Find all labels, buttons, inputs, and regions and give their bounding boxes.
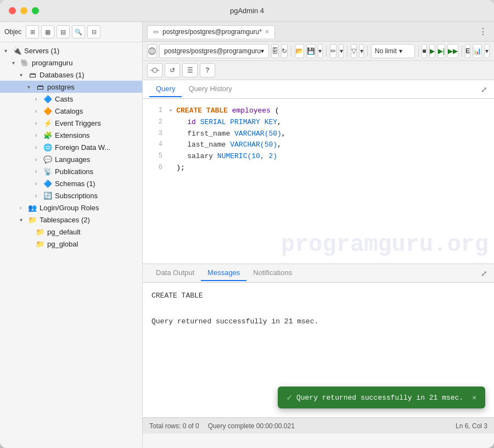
sidebar-item-programguru[interactable]: ▾ 🐘 programguru: [0, 57, 142, 69]
postgres-label: postgres: [47, 83, 75, 91]
sidebar: Objec ⊞ ▦ ▤ 🔍 ⊟ ▾ 🔌 Servers (1) ▾ 🐘: [0, 22, 143, 448]
sidebar-btn-search[interactable]: 🔍: [72, 25, 85, 38]
commit-icon: [150, 66, 159, 75]
sidebar-item-languages[interactable]: › 💬 Languages: [0, 153, 142, 165]
tab-data-output[interactable]: Data Output: [149, 265, 201, 281]
run-btn[interactable]: ▶: [429, 44, 435, 58]
limit-arrow: ▾: [399, 47, 402, 55]
maximize-button[interactable]: [32, 7, 39, 14]
results-expand-btn[interactable]: ⤢: [481, 269, 487, 278]
toggle-tablespaces[interactable]: ▾: [20, 217, 27, 223]
toggle-catalogs[interactable]: ›: [35, 108, 43, 114]
query-tabbar: ✏ postgres/postgres@programguru* × ⋮: [143, 22, 494, 42]
sidebar-btn-image[interactable]: ⊟: [87, 25, 100, 38]
sidebar-item-foreign-data[interactable]: › 🌐 Foreign Data W...: [0, 141, 142, 153]
event-triggers-label: Event Triggers: [55, 119, 101, 127]
results-panel: Data Output Messages Notifications ⤢ CRE…: [143, 264, 494, 417]
rollback-btn[interactable]: ↺: [165, 63, 180, 77]
limit-select[interactable]: No limit ▾: [371, 44, 415, 58]
sidebar-item-casts[interactable]: › 🔷 Casts: [0, 93, 142, 105]
pg-default-label: pg_default: [47, 228, 81, 236]
save-btn[interactable]: 💾: [306, 44, 316, 58]
event-triggers-icon: ⚡: [43, 118, 53, 128]
stop-btn[interactable]: ■: [422, 44, 427, 58]
msg-line-1: CREATE TABLE: [151, 289, 485, 302]
run-sel-btn[interactable]: ▶|: [437, 44, 445, 58]
toast-message: Query returned successfully in 21 msec.: [296, 394, 463, 402]
chart-arrow-btn[interactable]: ▾: [484, 44, 490, 58]
code-line-5: 5 salary NUMERIC(10, 2): [147, 151, 490, 163]
query-tab-active[interactable]: ✏ postgres/postgres@programguru* ×: [147, 25, 275, 38]
connection-icon-btn[interactable]: [147, 44, 157, 58]
refresh-icon-btn[interactable]: ↻: [281, 44, 288, 58]
sidebar-item-pg-global[interactable]: 📁 pg_global: [0, 238, 142, 250]
commit-btn[interactable]: [147, 63, 162, 77]
sidebar-item-subscriptions[interactable]: › 🔄 Subscriptions: [0, 189, 142, 201]
toggle-databases[interactable]: ▾: [20, 72, 27, 78]
open-file-btn[interactable]: 📂: [295, 44, 304, 58]
foreign-data-label: Foreign Data W...: [55, 143, 110, 152]
run-all-btn[interactable]: ▶▶: [447, 44, 458, 58]
sidebar-item-tablespaces[interactable]: ▾ 📁 Tablespaces (2): [0, 214, 142, 226]
watermark: programguru.org: [281, 232, 489, 258]
list-btn[interactable]: ☰: [182, 63, 198, 77]
editor-tabs: Query Query History ⤢: [143, 80, 494, 99]
close-button[interactable]: [9, 7, 16, 14]
chart-btn[interactable]: 📊: [473, 44, 482, 58]
limit-value: No limit: [375, 47, 397, 55]
sidebar-item-servers[interactable]: ▾ 🔌 Servers (1): [0, 44, 142, 57]
filter-arrow-btn[interactable]: ▾: [359, 44, 364, 58]
toggle-subscriptions[interactable]: ›: [35, 193, 43, 199]
sidebar-item-login-group[interactable]: › 👥 Login/Group Roles: [0, 201, 142, 214]
toggle-languages[interactable]: ›: [35, 156, 43, 163]
sidebar-item-databases[interactable]: ▾ 🗃 Databases (1): [0, 69, 142, 81]
toggle-event-triggers[interactable]: ›: [35, 120, 43, 126]
toggle-programguru[interactable]: ▾: [12, 60, 20, 66]
sidebar-item-catalogs[interactable]: › 🔶 Catalogs: [0, 105, 142, 117]
toggle-schemas[interactable]: ›: [35, 181, 43, 187]
tab-query-history[interactable]: Query History: [182, 81, 238, 97]
toggle-postgres[interactable]: ▾: [27, 84, 35, 90]
save-arrow-btn[interactable]: ▾: [318, 44, 323, 58]
tab-notifications[interactable]: Notifications: [246, 265, 299, 281]
toggle-servers[interactable]: ▾: [4, 48, 12, 54]
results-tabs: Data Output Messages Notifications ⤢: [143, 264, 494, 283]
window-title: pgAdmin 4: [230, 7, 264, 15]
sidebar-btn-table[interactable]: ⊞: [26, 25, 39, 38]
help-btn[interactable]: ?: [200, 63, 215, 77]
login-group-icon: 👥: [27, 203, 37, 212]
casts-icon: 🔷: [43, 94, 53, 104]
db-icon-btn[interactable]: 🗄: [271, 44, 279, 58]
tab-query[interactable]: Query: [149, 81, 182, 97]
tablespaces-label: Tablespaces (2): [40, 216, 90, 224]
tab-messages[interactable]: Messages: [201, 265, 246, 281]
sidebar-item-pg-default[interactable]: 📁 pg_default: [0, 226, 142, 238]
explain-btn[interactable]: E: [465, 44, 470, 58]
query-toolbar-row1: postgres/postgres@programguru ▾ 🗄 ↻ 📂 💾 …: [143, 42, 494, 61]
filter-btn[interactable]: ▽: [351, 44, 357, 58]
toggle-login-group[interactable]: ›: [20, 205, 27, 211]
sidebar-item-extensions[interactable]: › 🧩 Extensions: [0, 129, 142, 141]
sidebar-item-publications[interactable]: › 📡 Publications: [0, 165, 142, 177]
editor-expand-btn[interactable]: ⤢: [481, 85, 487, 94]
edit-arrow-btn[interactable]: ▾: [339, 44, 344, 58]
sidebar-item-schemas[interactable]: › 🔷 Schemas (1): [0, 177, 142, 189]
catalogs-label: Catalogs: [55, 107, 83, 115]
sidebar-item-postgres[interactable]: ▾ 🗃 postgres: [0, 81, 142, 93]
toast-close-btn[interactable]: ✕: [472, 393, 476, 402]
toggle-extensions[interactable]: ›: [35, 132, 43, 138]
languages-label: Languages: [55, 155, 90, 164]
query-tabbar-menu[interactable]: ⋮: [476, 24, 490, 39]
toggle-foreign-data[interactable]: ›: [35, 144, 43, 150]
query-tab-close-btn[interactable]: ×: [265, 28, 269, 36]
connection-select[interactable]: postgres/postgres@programguru ▾: [159, 44, 269, 58]
code-editor[interactable]: 1 ▸ CREATE TABLE employees ( 2 id SERIAL…: [143, 99, 494, 264]
msg-line-2: [151, 302, 485, 315]
toggle-publications[interactable]: ›: [35, 169, 43, 175]
sidebar-btn-grid[interactable]: ▦: [41, 25, 54, 38]
sidebar-item-event-triggers[interactable]: › ⚡ Event Triggers: [0, 117, 142, 129]
minimize-button[interactable]: [20, 7, 27, 14]
sidebar-btn-filter[interactable]: ▤: [57, 25, 70, 38]
edit-btn[interactable]: ✏: [330, 44, 336, 58]
toggle-casts[interactable]: ›: [35, 96, 43, 102]
